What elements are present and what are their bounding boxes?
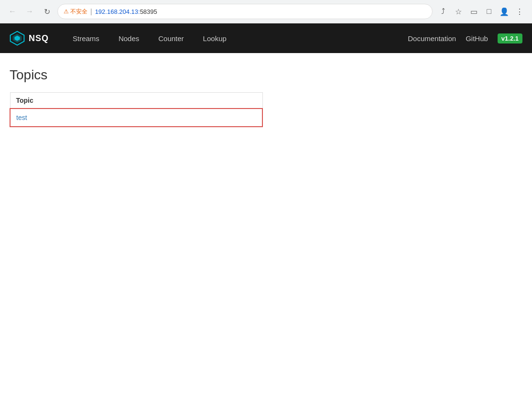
forward-button[interactable]: → <box>23 5 36 18</box>
nsq-logo-icon <box>10 31 25 46</box>
address-url: 192.168.204.13:58395 <box>95 8 157 15</box>
browser-chrome: ← → ↻ ⚠ 不安全 | 192.168.204.13:58395 ⤴ ☆ ▭… <box>0 0 532 23</box>
bookmark-button[interactable]: ☆ <box>452 5 465 18</box>
topics-table: Topic test <box>10 92 263 127</box>
share-button[interactable]: ⤴ <box>436 5 450 18</box>
navbar-right: Documentation GitHub v1.2.1 <box>408 33 522 44</box>
address-bar[interactable]: ⚠ 不安全 | 192.168.204.13:58395 <box>57 4 433 19</box>
url-host: 192.168.204.13 <box>95 8 138 15</box>
address-divider: | <box>90 8 92 15</box>
version-badge: v1.2.1 <box>498 33 522 44</box>
nav-github[interactable]: GitHub <box>466 34 488 43</box>
nav-nodes[interactable]: Nodes <box>109 23 149 53</box>
nav-documentation[interactable]: Documentation <box>408 34 456 43</box>
topic-link[interactable]: test <box>16 114 27 121</box>
warning-text: 不安全 <box>70 8 87 16</box>
topic-cell: test <box>10 109 262 127</box>
nav-counter[interactable]: Counter <box>149 23 193 53</box>
security-warning: ⚠ 不安全 <box>64 8 87 16</box>
back-button[interactable]: ← <box>6 5 19 18</box>
table-row: test <box>10 109 262 127</box>
nav-lookup[interactable]: Lookup <box>194 23 236 53</box>
navbar-brand[interactable]: NSQ <box>10 31 49 46</box>
profile-button[interactable]: 👤 <box>498 5 511 18</box>
more-button[interactable]: ⋮ <box>513 5 526 18</box>
browser-toolbar: ← → ↻ ⚠ 不安全 | 192.168.204.13:58395 ⤴ ☆ ▭… <box>0 0 532 23</box>
navbar: NSQ Streams Nodes Counter Lookup Documen… <box>0 23 532 53</box>
browser-actions: ⤴ ☆ ▭ □ 👤 ⋮ <box>436 5 526 18</box>
nav-streams[interactable]: Streams <box>63 23 109 53</box>
window-button[interactable]: □ <box>482 5 496 18</box>
page-title: Topics <box>10 67 522 83</box>
warning-icon: ⚠ <box>64 8 69 15</box>
cast-button[interactable]: ▭ <box>467 5 480 18</box>
url-port: 58395 <box>140 8 157 15</box>
brand-text: NSQ <box>29 33 49 44</box>
topic-column-header: Topic <box>10 93 262 109</box>
main-content: Topics Topic test <box>0 53 532 142</box>
navbar-links: Streams Nodes Counter Lookup <box>63 23 408 53</box>
refresh-button[interactable]: ↻ <box>40 5 54 18</box>
